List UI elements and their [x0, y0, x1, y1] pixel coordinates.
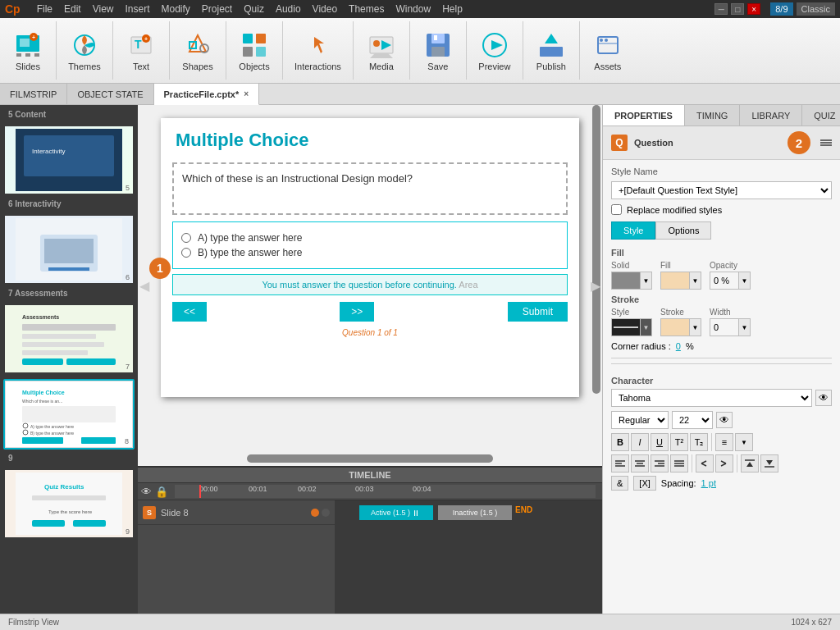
menu-themes[interactable]: Themes	[349, 3, 384, 15]
align-left-btn[interactable]	[611, 454, 629, 472]
window-minimize-btn[interactable]: ─	[714, 3, 728, 15]
slide-thumb-9[interactable]: Quiz Results Type the score here 9	[3, 468, 135, 539]
opacity-input[interactable]: 0 % ▼	[710, 272, 751, 290]
bold-btn[interactable]: B	[611, 433, 629, 451]
prop-tab-library[interactable]: LIBRARY	[740, 105, 802, 126]
menu-file[interactable]: File	[37, 3, 52, 15]
tab-filmstrip[interactable]: FILMSTRIP	[0, 84, 67, 104]
svg-rect-49	[22, 358, 63, 365]
stroke-style-swatch[interactable]: ▼	[611, 318, 652, 336]
slide-thumb-6[interactable]: 6	[3, 214, 135, 285]
answer-option-a[interactable]: A) type the answer here	[181, 232, 559, 244]
objects-icon	[240, 30, 269, 60]
svg-rect-65	[32, 520, 65, 527]
font-eye-icon[interactable]: 👁	[815, 390, 832, 406]
window-close-btn[interactable]: ×	[747, 3, 760, 15]
svg-rect-3	[25, 53, 30, 57]
slide-question-box[interactable]: Which of these is an Instructional Desig…	[172, 162, 568, 215]
outdent-btn[interactable]	[715, 454, 733, 472]
font-style-select[interactable]: Regular	[611, 411, 669, 429]
media-button[interactable]: Media	[360, 27, 403, 75]
radio-b[interactable]	[181, 248, 191, 258]
menu-video[interactable]: Video	[313, 3, 337, 15]
objects-button[interactable]: Objects	[233, 27, 276, 75]
assets-button[interactable]: Assets	[587, 27, 629, 75]
align-right-btn[interactable]	[651, 454, 669, 472]
underline-btn[interactable]: U	[651, 433, 669, 451]
menu-project[interactable]: Project	[202, 3, 232, 15]
indent-btn[interactable]	[696, 454, 714, 472]
stroke-width-input[interactable]: 0 ▼	[710, 318, 751, 336]
font-select[interactable]: Tahoma	[611, 389, 812, 407]
mode-selector[interactable]: Classic	[797, 2, 835, 16]
tab-object-state[interactable]: OBJECT STATE	[67, 84, 153, 104]
insert-var-btn[interactable]: [X]	[633, 476, 655, 491]
playhead[interactable]	[199, 485, 201, 498]
interactions-button[interactable]: Interactions	[290, 27, 346, 75]
tab-practice-file[interactable]: PracticeFile.cptx* ×	[154, 84, 260, 105]
text-button[interactable]: T+ Text	[120, 27, 162, 75]
solid-color-swatch[interactable]: ▼	[611, 272, 652, 290]
scroll-right-btn[interactable]: ▶	[591, 278, 600, 294]
slide-thumb-8[interactable]: Multiple Choice Which of these is an... …	[3, 379, 135, 450]
valign-top-btn[interactable]	[741, 454, 759, 472]
options-tab-btn[interactable]: Options	[655, 221, 711, 240]
prop-tab-properties[interactable]: PROPERTIES	[603, 105, 685, 126]
themes-button[interactable]: Themes	[63, 27, 106, 75]
submit-btn[interactable]: Submit	[508, 302, 568, 322]
menu-window[interactable]: Window	[395, 3, 431, 15]
style-tab-btn[interactable]: Style	[611, 221, 655, 240]
publish-button[interactable]: Publish	[530, 27, 573, 75]
app-logo: Cp	[5, 2, 21, 16]
answer-option-b[interactable]: B) type the answer here	[181, 247, 559, 258]
radio-a[interactable]	[181, 233, 191, 243]
nav-prev-btn[interactable]: <<	[172, 302, 207, 322]
menu-view[interactable]: View	[93, 3, 114, 15]
slide-thumb-5[interactable]: Interactivity 5	[3, 125, 135, 195]
menu-insert[interactable]: Insert	[126, 3, 150, 15]
menu-modify[interactable]: Modify	[162, 3, 190, 15]
window-maximize-btn[interactable]: □	[731, 3, 744, 15]
save-button[interactable]: Save	[417, 27, 459, 75]
align-center-btn[interactable]	[631, 454, 649, 472]
nav-next-btn[interactable]: >>	[340, 302, 374, 322]
menu-help[interactable]: Help	[442, 3, 463, 15]
subscript-btn[interactable]: T₂	[690, 433, 708, 451]
valign-bottom-btn[interactable]	[760, 454, 778, 472]
page-number-input[interactable]: 8 / 9	[770, 2, 792, 16]
list-icon[interactable]	[820, 139, 832, 146]
font-size-select[interactable]: 22	[672, 411, 713, 429]
inactive-block[interactable]: Inactive (1.5 )	[438, 505, 512, 520]
svg-rect-59	[22, 437, 63, 444]
style-name-select[interactable]: +[Default Question Text Style]	[611, 181, 832, 199]
eye-toggle[interactable]: 👁	[141, 486, 152, 498]
lock-toggle[interactable]: 🔒	[155, 486, 168, 498]
horizontal-scrollbar[interactable]	[247, 454, 493, 463]
slide-thumb-7[interactable]: Assessments 7	[3, 304, 135, 374]
list-format-btn2[interactable]: ▼	[735, 433, 753, 451]
replace-styles-checkbox[interactable]	[611, 204, 622, 215]
fill-color-swatch[interactable]: ▼	[660, 272, 701, 290]
canvas-scroll[interactable]: ◀ ▶ 1 Multiple Choice Which of these is …	[138, 105, 602, 466]
vertical-scrollbar[interactable]	[592, 105, 600, 394]
menu-quiz[interactable]: Quiz	[244, 3, 264, 15]
corner-radius-value[interactable]: 0	[676, 341, 681, 351]
shapes-button[interactable]: Shapes	[176, 27, 219, 75]
font-size-eye-icon[interactable]: 👁	[716, 412, 733, 428]
menu-audio[interactable]: Audio	[276, 3, 301, 15]
prop-tab-timing[interactable]: TIMING	[685, 105, 741, 126]
stroke-color-swatch[interactable]: ▼	[660, 318, 701, 336]
superscript-btn[interactable]: T²	[670, 433, 688, 451]
close-tab-icon[interactable]: ×	[244, 89, 249, 98]
spacing-value[interactable]: 1 pt	[701, 478, 716, 488]
special-char-btn[interactable]: &	[611, 476, 628, 491]
list-format-btn[interactable]: ≡	[715, 433, 733, 451]
align-justify-btn[interactable]	[670, 454, 688, 472]
slides-button[interactable]: + Slides	[7, 27, 49, 75]
scroll-left-btn[interactable]: ◀	[139, 278, 149, 294]
preview-button[interactable]: Preview	[473, 27, 516, 75]
menu-edit[interactable]: Edit	[64, 3, 81, 15]
prop-tab-quiz[interactable]: QUIZ	[802, 105, 840, 126]
italic-btn[interactable]: I	[631, 433, 649, 451]
active-block[interactable]: Active (1.5 ) ⏸	[359, 505, 433, 520]
